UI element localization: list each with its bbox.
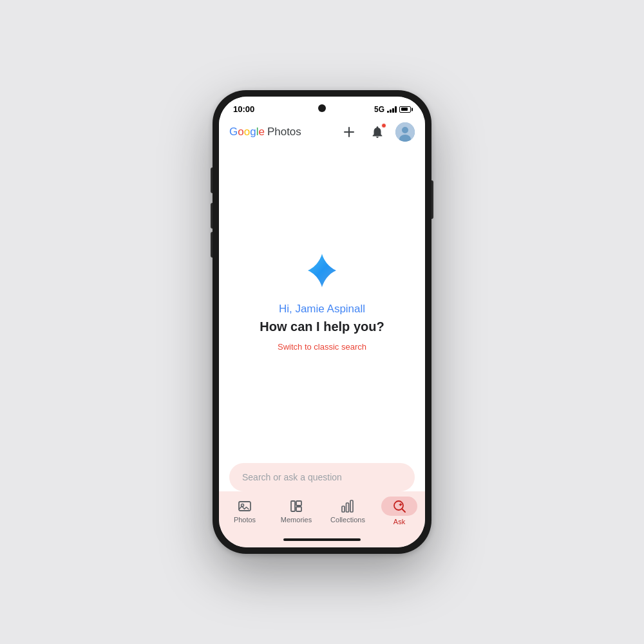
camera-notch [318,104,326,112]
app-bar: Google Photos [219,117,425,147]
nav-item-ask[interactable]: Ask [374,497,425,526]
memories-icon [289,498,304,514]
app-logo: Google Photos [229,126,301,138]
status-bar: 10:00 5G [219,97,425,117]
ask-icon [392,498,407,514]
avatar[interactable] [395,122,415,142]
svg-rect-7 [291,501,295,511]
help-text: How can I help you? [260,319,384,334]
greeting-text: Hi, Jamie Aspinall [279,303,365,316]
nav-label-memories: Memories [281,516,312,524]
svg-rect-12 [350,500,353,512]
add-button[interactable] [339,122,359,142]
svg-rect-8 [296,501,301,506]
nav-item-collections[interactable]: Collections [322,498,374,524]
svg-rect-9 [296,507,301,511]
phone-frame: 10:00 5G Google Photos [213,90,431,554]
notification-dot [381,123,386,128]
svg-rect-10 [342,506,345,512]
nav-item-photos[interactable]: Photos [219,498,270,524]
photos-logo-text: Photos [267,126,301,138]
bottom-nav: Photos Memories [219,491,425,532]
home-bar [283,538,361,541]
ai-sparkle-icon [303,251,341,303]
nav-label-collections: Collections [330,516,365,524]
notification-button[interactable] [367,122,388,142]
collections-icon [340,498,355,514]
search-placeholder: Search or ask a question [242,472,402,482]
battery-icon [399,106,411,113]
signal-text: 5G [374,105,384,114]
nav-label-ask: Ask [393,518,405,526]
svg-rect-11 [346,503,349,512]
signal-bars-icon [387,106,397,113]
search-area: Search or ask a question [219,455,425,491]
status-time: 10:00 [233,104,254,114]
ask-icon-wrap [381,497,417,516]
google-logo-text: Google [229,126,265,138]
svg-point-3 [402,127,408,133]
search-bar[interactable]: Search or ask a question [229,463,415,491]
app-bar-actions [339,122,415,142]
status-icons: 5G [374,105,411,114]
photos-icon [237,498,252,514]
svg-line-14 [402,509,405,512]
nav-item-memories[interactable]: Memories [270,498,322,524]
switch-search-link[interactable]: Switch to classic search [278,342,366,352]
nav-label-photos: Photos [234,516,256,524]
home-indicator [219,532,425,547]
phone-screen: 10:00 5G Google Photos [219,97,425,547]
main-content: Hi, Jamie Aspinall How can I help you? S… [219,147,425,455]
